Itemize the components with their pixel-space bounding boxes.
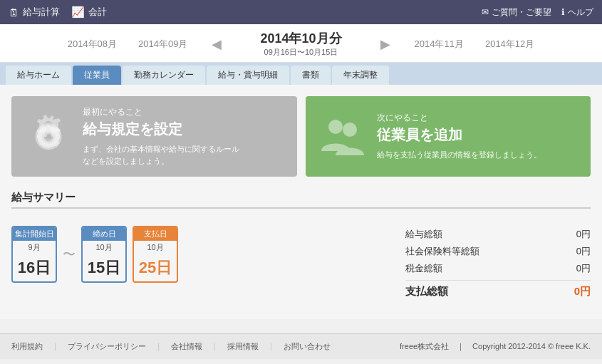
month-next2[interactable]: 2014年12月 bbox=[485, 38, 534, 51]
tax-label: 税金総額 bbox=[405, 262, 442, 275]
first-card-text: 最初にやること 給与規定を設定 まず、会社の基本情報や給与に関するルールなどを設… bbox=[83, 106, 239, 167]
second-card-subtitle: 次にやること bbox=[377, 112, 541, 124]
tab-employee[interactable]: 従業員 bbox=[73, 66, 121, 85]
total-value: 0円 bbox=[548, 285, 591, 298]
tab-payslip[interactable]: 給与・賞与明細 bbox=[207, 66, 289, 85]
accounting-label: 会計 bbox=[88, 6, 107, 19]
total-label: 支払総額 bbox=[405, 285, 448, 298]
accounting-icon: 📈 bbox=[71, 6, 85, 19]
gear-icon bbox=[23, 114, 74, 160]
action-cards: 最初にやること 給与規定を設定 まず、会社の基本情報や給与に関するルールなどを設… bbox=[11, 96, 591, 177]
start-day: 16日 bbox=[13, 254, 56, 281]
pay-date: 支払日 10月 25日 bbox=[133, 226, 178, 283]
footer-link-company[interactable]: 会社情報 bbox=[171, 341, 202, 352]
svg-rect-4 bbox=[37, 135, 43, 139]
pay-month: 10月 bbox=[134, 241, 177, 254]
month-prev-arrow[interactable]: ◀ bbox=[209, 36, 224, 52]
top-nav: 🗓 給与計算 📈 会計 ✉ ご質問・ご要望 ℹ ヘルプ bbox=[0, 0, 602, 24]
month-nav: 2014年08月 2014年09月 ◀ 2014年10月分 09月16日〜10月… bbox=[0, 24, 602, 63]
tab-bar: 給与ホーム 従業員 勤務カレンダー 給与・賞与明細 書類 年末調整 bbox=[0, 63, 602, 85]
main-content: 最初にやること 給与規定を設定 まず、会社の基本情報や給与に関するルールなどを設… bbox=[0, 85, 602, 319]
top-nav-right: ✉ ご質問・ご要望 ℹ ヘルプ bbox=[482, 6, 593, 19]
salary-label: 給与総額 bbox=[405, 228, 442, 241]
amount-row-tax: 税金総額 0円 bbox=[405, 260, 591, 277]
payroll-icon: 🗓 bbox=[9, 6, 19, 19]
people-icon bbox=[317, 114, 368, 160]
insurance-label: 社会保険料等総額 bbox=[405, 245, 479, 258]
start-date-header: 集計開始日 bbox=[13, 227, 56, 241]
tilde-separator: 〜 bbox=[63, 246, 76, 263]
start-date: 集計開始日 9月 16日 bbox=[11, 226, 57, 283]
month-next1[interactable]: 2014年11月 bbox=[415, 38, 464, 51]
svg-rect-3 bbox=[46, 142, 51, 148]
summary-title: 給与サマリー bbox=[11, 191, 591, 209]
tab-year-end[interactable]: 年末調整 bbox=[332, 66, 389, 85]
amount-row-insurance: 社会保険料等総額 0円 bbox=[405, 243, 591, 260]
footer-links: 利用規約 ｜ プライバシーポリシー ｜ 会社情報 ｜ 採用情報 ｜ お問い合わせ bbox=[11, 341, 331, 352]
pay-date-header: 支払日 bbox=[134, 227, 177, 241]
top-nav-left: 🗓 給与計算 📈 会計 bbox=[9, 6, 107, 19]
second-action-card[interactable]: 次にやること 従業員を追加 給与を支払う従業員の情報を登録しましょう。 bbox=[306, 96, 591, 177]
footer-link-contact[interactable]: お問い合わせ bbox=[284, 341, 331, 352]
svg-point-11 bbox=[343, 123, 357, 137]
month-prev2[interactable]: 2014年08月 bbox=[68, 38, 117, 51]
accounting-nav-item[interactable]: 📈 会計 bbox=[71, 6, 107, 19]
help-label: ヘルプ bbox=[568, 6, 593, 19]
month-current-main: 2014年10月分 bbox=[260, 30, 341, 47]
mail-icon: ✉ bbox=[482, 7, 489, 17]
question-nav-item[interactable]: ✉ ご質問・ご要望 bbox=[482, 6, 551, 19]
second-card-desc: 給与を支払う従業員の情報を登録しましょう。 bbox=[377, 149, 541, 161]
question-label: ご質問・ご要望 bbox=[492, 6, 551, 19]
start-month: 9月 bbox=[13, 241, 56, 254]
svg-point-10 bbox=[328, 120, 343, 134]
tab-payroll-home[interactable]: 給与ホーム bbox=[6, 66, 71, 85]
insurance-value: 0円 bbox=[548, 245, 591, 258]
close-month: 10月 bbox=[83, 241, 125, 254]
dates-block: 集計開始日 9月 16日 〜 締め日 10月 15日 支払日 10月 25日 bbox=[11, 226, 178, 283]
close-date-header: 締め日 bbox=[83, 227, 125, 241]
tab-work-calendar[interactable]: 勤務カレンダー bbox=[123, 66, 205, 85]
footer: 利用規約 ｜ プライバシーポリシー ｜ 会社情報 ｜ 採用情報 ｜ お問い合わせ… bbox=[0, 333, 602, 359]
footer-link-terms[interactable]: 利用規約 bbox=[11, 341, 43, 352]
amounts-block: 給与総額 0円 社会保険料等総額 0円 税金総額 0円 支払総額 0円 bbox=[405, 226, 591, 301]
second-card-text: 次にやること 従業員を追加 給与を支払う従業員の情報を登録しましょう。 bbox=[377, 112, 541, 161]
footer-link-privacy[interactable]: プライバシーポリシー bbox=[68, 341, 146, 352]
svg-rect-5 bbox=[54, 135, 60, 139]
month-prev1[interactable]: 2014年09月 bbox=[138, 38, 187, 51]
month-next-arrow[interactable]: ▶ bbox=[378, 36, 393, 52]
tab-documents[interactable]: 書類 bbox=[291, 66, 331, 85]
tax-value: 0円 bbox=[548, 262, 591, 275]
amount-row-salary: 給与総額 0円 bbox=[405, 226, 591, 243]
payroll-nav-item[interactable]: 🗓 給与計算 bbox=[9, 6, 60, 19]
pay-day: 25日 bbox=[134, 254, 177, 281]
month-current-sub: 09月16日〜10月15日 bbox=[260, 47, 341, 58]
first-card-title: 給与規定を設定 bbox=[83, 120, 239, 139]
close-date: 締め日 10月 15日 bbox=[81, 226, 127, 283]
summary-section: 集計開始日 9月 16日 〜 締め日 10月 15日 支払日 10月 25日 給… bbox=[11, 219, 591, 308]
close-day: 15日 bbox=[83, 254, 125, 281]
payroll-label: 給与計算 bbox=[23, 6, 60, 19]
amount-row-total: 支払総額 0円 bbox=[405, 280, 591, 301]
info-icon: ℹ bbox=[561, 7, 565, 17]
help-nav-item[interactable]: ℹ ヘルプ bbox=[561, 6, 593, 19]
month-current: 2014年10月分 09月16日〜10月15日 bbox=[260, 30, 341, 58]
svg-rect-2 bbox=[46, 125, 51, 131]
footer-link-careers[interactable]: 採用情報 bbox=[227, 341, 259, 352]
footer-copyright: freee株式会社 ｜ Copyright 2012-2014 © freee … bbox=[400, 341, 591, 352]
first-card-subtitle: 最初にやること bbox=[83, 106, 239, 118]
salary-value: 0円 bbox=[548, 228, 591, 241]
start-date-box: 集計開始日 9月 16日 bbox=[11, 226, 57, 283]
first-card-desc: まず、会社の基本情報や給与に関するルールなどを設定しましょう。 bbox=[83, 143, 239, 167]
second-card-title: 従業員を追加 bbox=[377, 125, 541, 145]
month-nav-months: 2014年08月 2014年09月 ◀ 2014年10月分 09月16日〜10月… bbox=[68, 30, 535, 58]
first-action-card[interactable]: 最初にやること 給与規定を設定 まず、会社の基本情報や給与に関するルールなどを設… bbox=[11, 96, 297, 177]
